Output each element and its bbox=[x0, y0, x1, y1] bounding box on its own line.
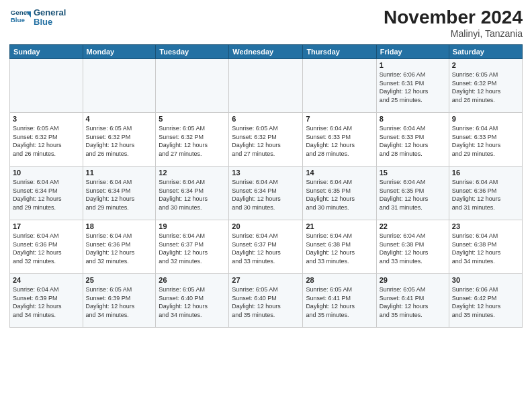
day-number: 23 bbox=[452, 222, 519, 230]
table-row: 30Sunrise: 6:06 AM Sunset: 6:42 PM Dayli… bbox=[449, 274, 522, 328]
day-info: Sunrise: 6:05 AM Sunset: 6:40 PM Dayligh… bbox=[232, 285, 300, 319]
day-number: 8 bbox=[380, 115, 446, 123]
table-row: 9Sunrise: 6:04 AM Sunset: 6:33 PM Daylig… bbox=[449, 113, 522, 167]
day-info: Sunrise: 6:04 AM Sunset: 6:33 PM Dayligh… bbox=[452, 124, 519, 158]
table-row: 21Sunrise: 6:04 AM Sunset: 6:38 PM Dayli… bbox=[303, 220, 376, 274]
table-row: 22Sunrise: 6:04 AM Sunset: 6:38 PM Dayli… bbox=[376, 220, 449, 274]
day-info: Sunrise: 6:05 AM Sunset: 6:39 PM Dayligh… bbox=[86, 285, 153, 319]
day-number: 25 bbox=[86, 276, 153, 284]
day-info: Sunrise: 6:05 AM Sunset: 6:41 PM Dayligh… bbox=[306, 285, 373, 319]
day-number: 11 bbox=[86, 169, 153, 177]
calendar-week-row: 17Sunrise: 6:04 AM Sunset: 6:36 PM Dayli… bbox=[10, 220, 523, 274]
title-block: November 2024 Malinyi, Tanzania bbox=[384, 7, 523, 39]
day-number: 6 bbox=[232, 115, 300, 123]
table-row bbox=[156, 59, 229, 113]
day-info: Sunrise: 6:04 AM Sunset: 6:34 PM Dayligh… bbox=[86, 178, 153, 212]
table-row bbox=[83, 59, 156, 113]
day-info: Sunrise: 6:05 AM Sunset: 6:32 PM Dayligh… bbox=[232, 124, 300, 158]
col-sunday: Sunday bbox=[10, 45, 83, 59]
table-row: 19Sunrise: 6:04 AM Sunset: 6:37 PM Dayli… bbox=[156, 220, 229, 274]
table-row: 2Sunrise: 6:05 AM Sunset: 6:32 PM Daylig… bbox=[449, 59, 522, 113]
day-number: 13 bbox=[232, 169, 300, 177]
day-info: Sunrise: 6:04 AM Sunset: 6:36 PM Dayligh… bbox=[86, 232, 153, 265]
day-number: 18 bbox=[86, 222, 153, 230]
day-number: 26 bbox=[159, 276, 226, 284]
day-info: Sunrise: 6:04 AM Sunset: 6:38 PM Dayligh… bbox=[380, 232, 446, 265]
day-number: 19 bbox=[159, 222, 226, 230]
table-row bbox=[229, 59, 303, 113]
table-row: 12Sunrise: 6:04 AM Sunset: 6:34 PM Dayli… bbox=[156, 167, 229, 220]
day-number: 20 bbox=[232, 222, 300, 230]
logo-icon: General Blue bbox=[9, 7, 31, 28]
day-number: 17 bbox=[13, 222, 80, 230]
logo-text-general: General bbox=[34, 8, 66, 17]
table-row: 24Sunrise: 6:04 AM Sunset: 6:39 PM Dayli… bbox=[10, 274, 83, 328]
table-row: 11Sunrise: 6:04 AM Sunset: 6:34 PM Dayli… bbox=[83, 167, 156, 220]
table-row: 16Sunrise: 6:04 AM Sunset: 6:36 PM Dayli… bbox=[449, 167, 522, 220]
day-info: Sunrise: 6:04 AM Sunset: 6:34 PM Dayligh… bbox=[159, 178, 226, 212]
table-row: 20Sunrise: 6:04 AM Sunset: 6:37 PM Dayli… bbox=[229, 220, 303, 274]
table-row: 6Sunrise: 6:05 AM Sunset: 6:32 PM Daylig… bbox=[229, 113, 303, 167]
col-wednesday: Wednesday bbox=[229, 45, 303, 59]
svg-text:Blue: Blue bbox=[11, 16, 26, 24]
day-info: Sunrise: 6:05 AM Sunset: 6:32 PM Dayligh… bbox=[159, 124, 226, 158]
table-row: 15Sunrise: 6:04 AM Sunset: 6:35 PM Dayli… bbox=[376, 167, 449, 220]
table-row: 23Sunrise: 6:04 AM Sunset: 6:38 PM Dayli… bbox=[449, 220, 522, 274]
day-number: 15 bbox=[380, 169, 446, 177]
calendar-week-row: 10Sunrise: 6:04 AM Sunset: 6:34 PM Dayli… bbox=[10, 167, 523, 220]
day-number: 2 bbox=[452, 61, 519, 69]
day-number: 21 bbox=[306, 222, 373, 230]
day-info: Sunrise: 6:06 AM Sunset: 6:31 PM Dayligh… bbox=[380, 71, 446, 104]
day-number: 5 bbox=[159, 115, 226, 123]
day-info: Sunrise: 6:04 AM Sunset: 6:36 PM Dayligh… bbox=[13, 232, 80, 265]
table-row: 25Sunrise: 6:05 AM Sunset: 6:39 PM Dayli… bbox=[83, 274, 156, 328]
day-info: Sunrise: 6:04 AM Sunset: 6:36 PM Dayligh… bbox=[452, 178, 519, 212]
calendar: Sunday Monday Tuesday Wednesday Thursday… bbox=[9, 44, 523, 328]
day-number: 27 bbox=[232, 276, 300, 284]
table-row: 18Sunrise: 6:04 AM Sunset: 6:36 PM Dayli… bbox=[83, 220, 156, 274]
day-number: 22 bbox=[380, 222, 446, 230]
day-info: Sunrise: 6:04 AM Sunset: 6:38 PM Dayligh… bbox=[306, 232, 373, 265]
calendar-week-row: 3Sunrise: 6:05 AM Sunset: 6:32 PM Daylig… bbox=[10, 113, 523, 167]
table-row: 13Sunrise: 6:04 AM Sunset: 6:34 PM Dayli… bbox=[229, 167, 303, 220]
table-row: 17Sunrise: 6:04 AM Sunset: 6:36 PM Dayli… bbox=[10, 220, 83, 274]
day-info: Sunrise: 6:05 AM Sunset: 6:32 PM Dayligh… bbox=[13, 124, 80, 158]
day-number: 30 bbox=[452, 276, 519, 284]
day-info: Sunrise: 6:05 AM Sunset: 6:32 PM Dayligh… bbox=[452, 71, 519, 104]
day-number: 4 bbox=[86, 115, 153, 123]
day-info: Sunrise: 6:04 AM Sunset: 6:33 PM Dayligh… bbox=[306, 124, 373, 158]
table-row: 10Sunrise: 6:04 AM Sunset: 6:34 PM Dayli… bbox=[10, 167, 83, 220]
day-info: Sunrise: 6:04 AM Sunset: 6:35 PM Dayligh… bbox=[380, 178, 446, 212]
day-info: Sunrise: 6:05 AM Sunset: 6:32 PM Dayligh… bbox=[86, 124, 153, 158]
day-info: Sunrise: 6:04 AM Sunset: 6:38 PM Dayligh… bbox=[452, 232, 519, 265]
month-title: November 2024 bbox=[384, 7, 523, 28]
logo-text-blue: Blue bbox=[34, 17, 66, 27]
day-number: 7 bbox=[306, 115, 373, 123]
page: General Blue General Blue November 2024 … bbox=[0, 0, 532, 411]
day-number: 12 bbox=[159, 169, 226, 177]
table-row: 4Sunrise: 6:05 AM Sunset: 6:32 PM Daylig… bbox=[83, 113, 156, 167]
day-number: 24 bbox=[13, 276, 80, 284]
table-row bbox=[303, 59, 376, 113]
day-number: 29 bbox=[380, 276, 446, 284]
day-info: Sunrise: 6:04 AM Sunset: 6:35 PM Dayligh… bbox=[306, 178, 373, 212]
day-info: Sunrise: 6:04 AM Sunset: 6:39 PM Dayligh… bbox=[13, 285, 80, 319]
col-tuesday: Tuesday bbox=[156, 45, 229, 59]
col-thursday: Thursday bbox=[303, 45, 376, 59]
col-monday: Monday bbox=[83, 45, 156, 59]
day-number: 1 bbox=[380, 61, 446, 69]
day-number: 14 bbox=[306, 169, 373, 177]
table-row: 14Sunrise: 6:04 AM Sunset: 6:35 PM Dayli… bbox=[303, 167, 376, 220]
header: General Blue General Blue November 2024 … bbox=[9, 7, 523, 39]
table-row: 3Sunrise: 6:05 AM Sunset: 6:32 PM Daylig… bbox=[10, 113, 83, 167]
day-number: 9 bbox=[452, 115, 519, 123]
day-info: Sunrise: 6:04 AM Sunset: 6:37 PM Dayligh… bbox=[159, 232, 226, 265]
table-row: 28Sunrise: 6:05 AM Sunset: 6:41 PM Dayli… bbox=[303, 274, 376, 328]
day-info: Sunrise: 6:06 AM Sunset: 6:42 PM Dayligh… bbox=[452, 285, 519, 319]
table-row: 8Sunrise: 6:04 AM Sunset: 6:33 PM Daylig… bbox=[376, 113, 449, 167]
day-number: 16 bbox=[452, 169, 519, 177]
table-row: 5Sunrise: 6:05 AM Sunset: 6:32 PM Daylig… bbox=[156, 113, 229, 167]
calendar-week-row: 1Sunrise: 6:06 AM Sunset: 6:31 PM Daylig… bbox=[10, 59, 523, 113]
table-row: 29Sunrise: 6:05 AM Sunset: 6:41 PM Dayli… bbox=[376, 274, 449, 328]
day-info: Sunrise: 6:05 AM Sunset: 6:41 PM Dayligh… bbox=[380, 285, 446, 319]
